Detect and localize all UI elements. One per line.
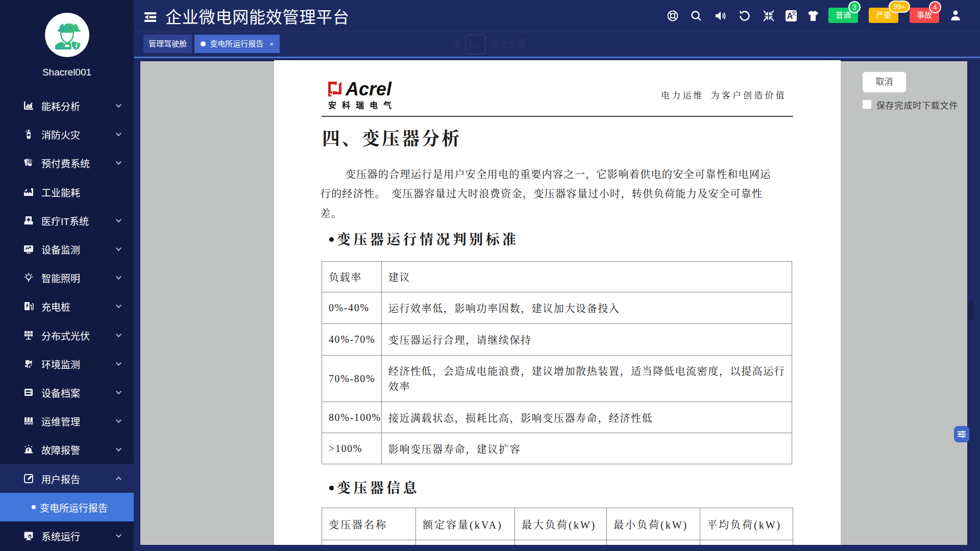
svg-text:文: 文 (792, 10, 797, 16)
